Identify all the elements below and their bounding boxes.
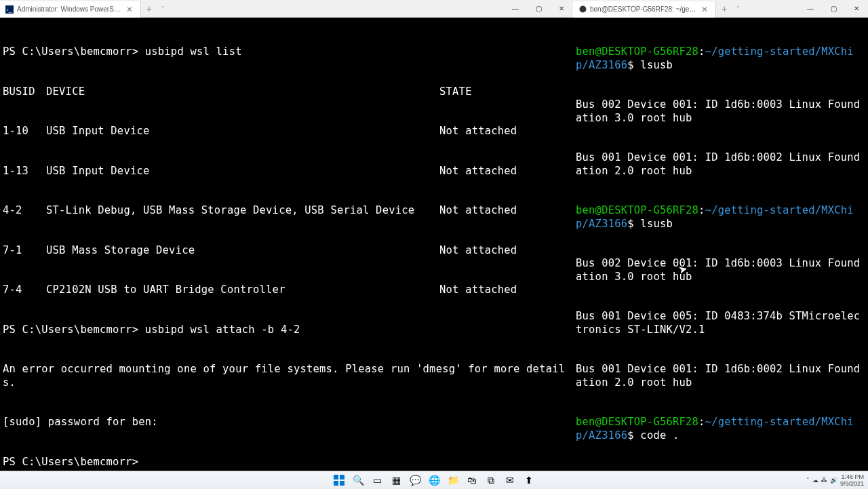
tab-title: ben@DESKTOP-G56RF28: ~/ge… bbox=[590, 5, 696, 13]
col-busid: BUSID bbox=[3, 85, 46, 99]
tab-dropdown-icon[interactable]: ˅ bbox=[732, 5, 743, 12]
store-icon[interactable]: 🛍 bbox=[465, 473, 479, 488]
tray-chevron-icon[interactable]: ˄ bbox=[806, 477, 810, 484]
maximize-button[interactable]: ▢ bbox=[527, 0, 550, 18]
clock[interactable]: 1:46 PM 9/9/2021 bbox=[840, 473, 864, 487]
table-row: 7-4CP2102N USB to UART Bridge Controller… bbox=[3, 283, 570, 297]
cmd-usbipd-list: usbipd wsl list bbox=[145, 45, 242, 58]
cmd-lsusb-1: lsusb bbox=[640, 59, 673, 71]
onedrive-icon[interactable]: ☁ bbox=[812, 477, 818, 484]
svg-point-2 bbox=[579, 6, 586, 13]
volume-icon[interactable]: 🔊 bbox=[830, 477, 837, 484]
task-view-icon[interactable]: ▭ bbox=[370, 473, 384, 488]
tab-title: Administrator: Windows PowerS… bbox=[17, 5, 121, 13]
taskbar-center: 🔍 ▭ ▦ 💬 🌐 📁 🛍 ⧉ ✉ ⬆ bbox=[332, 473, 536, 488]
minimize-button[interactable]: — bbox=[799, 0, 822, 18]
maximize-button[interactable]: ▢ bbox=[822, 0, 845, 18]
terminal-right[interactable]: ben@DESKTOP-G56RF28:~/getting-started/MX… bbox=[573, 18, 868, 471]
powershell-icon: ›_ bbox=[5, 5, 14, 14]
explorer-icon[interactable]: 📁 bbox=[446, 473, 460, 488]
clock-date: 9/9/2021 bbox=[840, 480, 864, 487]
ps-prompt: PS C:\Users\bemcmorr> bbox=[3, 45, 138, 58]
network-icon[interactable]: 🖧 bbox=[821, 477, 827, 484]
app-icon[interactable]: ⬆ bbox=[521, 473, 536, 488]
lsusb-output: Bus 002 Device 001: ID 1d6b:0003 Linux F… bbox=[576, 98, 865, 125]
lsusb-output: Bus 002 Device 001: ID 1d6b:0003 Linux F… bbox=[576, 257, 865, 283]
lsusb-output: Bus 001 Device 005: ID 0483:374b STMicro… bbox=[576, 310, 865, 336]
search-icon[interactable]: 🔍 bbox=[351, 473, 366, 488]
bash-dollar: $ bbox=[627, 218, 634, 230]
cmd-code: code . bbox=[640, 429, 679, 442]
windows-taskbar: 🔍 ▭ ▦ 💬 🌐 📁 🛍 ⧉ ✉ ⬆ ˄ ☁ 🖧 🔊 1:46 PM 9/9/… bbox=[0, 471, 868, 489]
minimize-button[interactable]: — bbox=[504, 0, 527, 18]
tab-close-icon[interactable]: ✕ bbox=[124, 5, 135, 14]
svg-rect-4 bbox=[340, 475, 344, 480]
tab-dropdown-icon[interactable]: ˅ bbox=[157, 5, 168, 12]
tab-close-icon[interactable]: ✕ bbox=[699, 5, 710, 14]
terminal-left[interactable]: PS C:\Users\bemcmorr> usbipd wsl list BU… bbox=[0, 18, 573, 471]
terminal-icon[interactable]: ⧉ bbox=[484, 473, 498, 488]
widgets-icon[interactable]: ▦ bbox=[389, 473, 403, 488]
linux-icon bbox=[578, 5, 587, 14]
table-row: 1-10USB Input DeviceNot attached bbox=[3, 125, 570, 138]
sudo-prompt: [sudo] password for ben: bbox=[3, 416, 570, 429]
bash-user: ben@DESKTOP-G56RF28 bbox=[576, 45, 698, 58]
table-row: 4-2ST-Link Debug, USB Mass Storage Devic… bbox=[3, 204, 570, 218]
new-tab-button[interactable]: + bbox=[716, 1, 732, 17]
error-output: An error occurred mounting one of your f… bbox=[3, 363, 570, 389]
svg-text:›_: ›_ bbox=[7, 7, 12, 13]
table-row: 1-13USB Input DeviceNot attached bbox=[3, 165, 570, 178]
close-button[interactable]: ✕ bbox=[845, 0, 868, 18]
bash-user: ben@DESKTOP-G56RF28 bbox=[576, 416, 698, 428]
col-device: DEVICE bbox=[46, 85, 439, 99]
svg-rect-6 bbox=[340, 481, 344, 486]
table-row: 7-1USB Mass Storage DeviceNot attached bbox=[3, 244, 570, 258]
lsusb-output: Bus 001 Device 001: ID 1d6b:0002 Linux F… bbox=[576, 363, 865, 389]
wsl-window: ben@DESKTOP-G56RF28: ~/ge… ✕ + ˅ — ▢ ✕ b… bbox=[573, 0, 868, 471]
close-button[interactable]: ✕ bbox=[550, 0, 573, 18]
tab-powershell[interactable]: ›_ Administrator: Windows PowerS… ✕ bbox=[0, 1, 141, 18]
edge-icon[interactable]: 🌐 bbox=[427, 473, 441, 488]
new-tab-button[interactable]: + bbox=[141, 1, 157, 17]
powershell-window: ›_ Administrator: Windows PowerS… ✕ + ˅ … bbox=[0, 0, 573, 471]
cmd-usbipd-attach: usbipd wsl attach -b 4-2 bbox=[145, 324, 300, 336]
titlebar-right: ben@DESKTOP-G56RF28: ~/ge… ✕ + ˅ — ▢ ✕ bbox=[573, 0, 868, 18]
mail-icon[interactable]: ✉ bbox=[502, 473, 517, 488]
col-state: STATE bbox=[439, 85, 570, 99]
clock-time: 1:46 PM bbox=[840, 473, 864, 480]
ps-prompt: PS C:\Users\bemcmorr> bbox=[3, 324, 138, 336]
tab-wsl[interactable]: ben@DESKTOP-G56RF28: ~/ge… ✕ bbox=[573, 1, 716, 18]
bash-user: ben@DESKTOP-G56RF28 bbox=[576, 204, 698, 216]
window-controls-right: — ▢ ✕ bbox=[799, 0, 868, 18]
cmd-lsusb-2: lsusb bbox=[640, 218, 673, 230]
window-controls-left: — ▢ ✕ bbox=[504, 0, 573, 18]
chat-icon[interactable]: 💬 bbox=[408, 473, 422, 488]
bash-dollar: $ bbox=[627, 429, 634, 442]
ps-prompt: PS C:\Users\bemcmorr> bbox=[3, 456, 138, 468]
system-tray: ˄ ☁ 🖧 🔊 1:46 PM 9/9/2021 bbox=[806, 473, 868, 487]
bash-dollar: $ bbox=[627, 59, 634, 71]
svg-rect-5 bbox=[334, 481, 338, 486]
svg-rect-3 bbox=[334, 475, 338, 480]
lsusb-output: Bus 001 Device 001: ID 1d6b:0002 Linux F… bbox=[576, 151, 865, 178]
start-button[interactable] bbox=[332, 473, 347, 488]
titlebar-left: ›_ Administrator: Windows PowerS… ✕ + ˅ … bbox=[0, 0, 573, 18]
